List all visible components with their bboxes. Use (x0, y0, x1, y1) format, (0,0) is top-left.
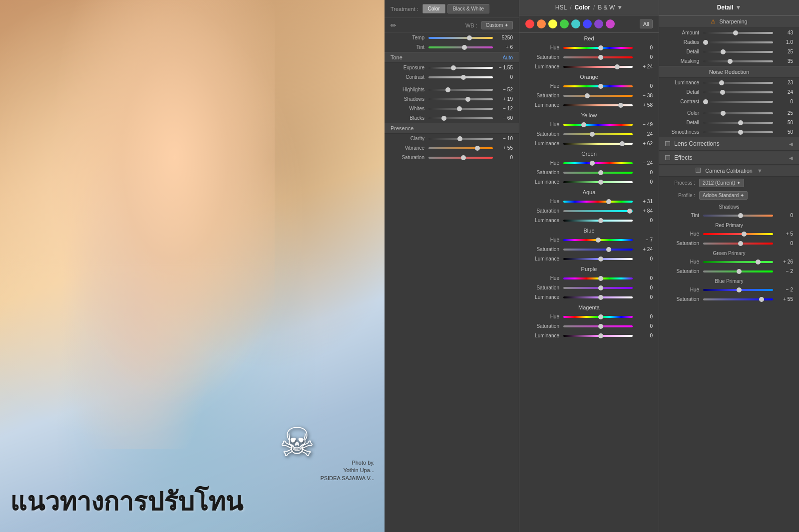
effects-section[interactable]: Effects ◀ (659, 151, 799, 165)
purple-hue-slider[interactable] (563, 277, 633, 279)
nr-color-slider[interactable] (703, 112, 773, 114)
panel-dropdown-arrow[interactable]: ▼ (617, 4, 623, 11)
clarity-row: Clarity − 10 (385, 134, 519, 143)
clarity-slider[interactable] (428, 138, 493, 140)
profile-dropdown[interactable]: Adobe Standard ✦ (699, 191, 748, 200)
red-hue-slider[interactable] (563, 47, 633, 49)
blue-dot[interactable] (583, 19, 592, 28)
auto-btn[interactable]: Auto (502, 55, 513, 60)
color-tab[interactable]: Color (575, 4, 590, 11)
blue-primary-sat-slider[interactable] (703, 298, 773, 300)
sharp-detail-row: Detail 25 (659, 47, 799, 56)
magenta-hue-slider[interactable] (563, 316, 633, 318)
green-sat-slider[interactable] (563, 172, 633, 174)
temp-slider[interactable] (428, 37, 493, 39)
sharp-masking-slider[interactable] (703, 60, 773, 62)
blue-sat-value: + 24 (636, 247, 653, 252)
magenta-sat-row: Saturation 0 (519, 321, 659, 331)
hsl-tab[interactable]: HSL (555, 4, 567, 11)
saturation-slider[interactable] (428, 157, 493, 159)
aqua-sat-slider[interactable] (563, 210, 633, 212)
nr-lum-contrast-slider[interactable] (703, 101, 773, 103)
blue-hue-slider[interactable] (563, 239, 633, 241)
shadows-tint-value: 0 (776, 213, 793, 218)
aqua-hue-slider[interactable] (563, 201, 633, 203)
orange-lum-slider[interactable] (563, 104, 633, 106)
green-dot[interactable] (560, 19, 569, 28)
blue-lum-slider[interactable] (563, 258, 633, 260)
red-primary-hue-value: + 5 (776, 231, 793, 237)
detail-dropdown-arrow[interactable]: ▼ (735, 4, 741, 11)
vibrance-slider[interactable] (428, 147, 493, 149)
purple-dot[interactable] (594, 19, 603, 28)
purple-lum-slider[interactable] (563, 296, 633, 298)
separator2: / (593, 4, 595, 11)
sharp-amount-slider[interactable] (703, 32, 773, 34)
blue-sat-row: Saturation + 24 (519, 245, 659, 254)
blue-sat-slider[interactable] (563, 249, 633, 251)
red-primary-sat-slider[interactable] (703, 243, 773, 245)
orange-sat-slider[interactable] (563, 95, 633, 97)
effects-checkbox[interactable] (665, 155, 670, 160)
contrast-slider[interactable] (428, 76, 493, 78)
nr-lum-detail-slider[interactable] (703, 91, 773, 93)
shadows-value: + 19 (496, 96, 513, 102)
eyedropper-icon[interactable]: ✏ (391, 21, 397, 29)
yellow-sat-slider[interactable] (563, 133, 633, 135)
magenta-lum-slider[interactable] (563, 335, 633, 337)
color-btn[interactable]: Color (422, 4, 445, 13)
magenta-sat-slider[interactable] (563, 325, 633, 327)
whites-slider[interactable] (428, 108, 493, 110)
green-primary-hue-slider[interactable] (703, 261, 773, 263)
highlights-slider[interactable] (428, 89, 493, 91)
aqua-lum-slider[interactable] (563, 220, 633, 222)
all-btn[interactable]: All (640, 19, 653, 28)
camera-calib-section-checkbox[interactable] (696, 168, 701, 173)
green-primary-sat-slider[interactable] (703, 270, 773, 272)
sharp-masking-value: 35 (776, 58, 793, 64)
yellow-dot[interactable] (548, 19, 557, 28)
orange-dot[interactable] (537, 19, 546, 28)
yellow-lum-slider[interactable] (563, 143, 633, 145)
orange-lum-value: + 58 (636, 102, 653, 108)
effects-collapse-arrow[interactable]: ◀ (789, 155, 793, 161)
detail-tab[interactable]: Detail (717, 4, 734, 11)
aqua-dot[interactable] (571, 19, 580, 28)
orange-lum-row: Luminance + 58 (519, 100, 659, 110)
red-dot[interactable] (525, 19, 534, 28)
red-primary-hue-slider[interactable] (703, 233, 773, 235)
process-dropdown[interactable]: 2012 (Current) ✦ (699, 179, 744, 187)
nr-color-detail-slider[interactable] (703, 122, 773, 124)
sharp-masking-row: Masking 35 (659, 56, 799, 66)
bw-tab[interactable]: B & W (598, 4, 615, 11)
shadows-slider[interactable] (428, 98, 493, 100)
red-sat-slider[interactable] (563, 56, 633, 58)
tint-slider[interactable] (428, 46, 493, 48)
exposure-slider[interactable] (428, 67, 493, 69)
photo-overlay-text: แนวทางการปรับโทน (10, 481, 375, 522)
sharp-detail-slider[interactable] (703, 51, 773, 53)
red-lum-slider[interactable] (563, 66, 633, 68)
nr-color-smooth-slider[interactable] (703, 131, 773, 133)
blacks-slider[interactable] (428, 117, 493, 119)
green-hue-slider[interactable] (563, 162, 633, 164)
lens-collapse-arrow[interactable]: ◀ (789, 141, 793, 147)
tone-label: Tone (391, 54, 402, 60)
red-lum-row: Luminance + 24 (519, 62, 659, 71)
purple-sat-slider[interactable] (563, 287, 633, 289)
lens-corrections-section[interactable]: Lens Corrections ◀ (659, 137, 799, 151)
sharp-radius-slider[interactable] (703, 41, 773, 43)
blue-primary-hue-slider[interactable] (703, 289, 773, 291)
green-sat-value: 0 (636, 170, 653, 175)
magenta-dot[interactable] (606, 19, 615, 28)
wb-value[interactable]: Custom ✦ (481, 21, 513, 29)
bw-btn[interactable]: Black & White (447, 4, 489, 13)
green-lum-slider[interactable] (563, 181, 633, 183)
noise-reduction-header: Noise Reduction (659, 66, 799, 78)
orange-hue-slider[interactable] (563, 85, 633, 87)
camera-calib-expand-arrow[interactable]: ▼ (757, 168, 763, 174)
nr-lum-slider[interactable] (703, 82, 773, 84)
yellow-hue-slider[interactable] (563, 124, 633, 126)
lens-checkbox[interactable] (665, 141, 670, 146)
shadows-tint-slider[interactable] (703, 215, 773, 217)
